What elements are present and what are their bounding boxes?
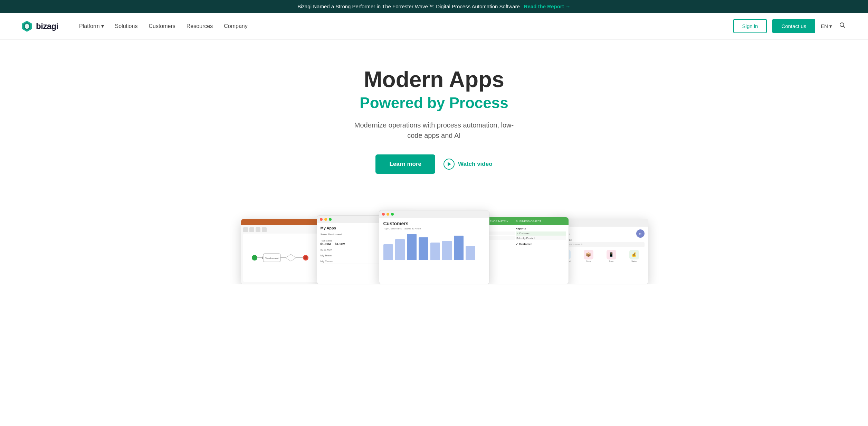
bar-item bbox=[395, 239, 405, 260]
nav-company[interactable]: Company bbox=[224, 23, 247, 29]
bar-item bbox=[466, 246, 475, 260]
watch-video-button[interactable]: Watch video bbox=[443, 159, 493, 170]
play-icon bbox=[443, 159, 455, 170]
process-diagram: Travel request bbox=[243, 234, 318, 282]
app-icon-item: 📱 Data bbox=[601, 250, 622, 262]
customers-title: Customers bbox=[383, 221, 485, 226]
app-icon-item: 💰 Sales bbox=[624, 250, 645, 262]
process-content: Travel request bbox=[241, 225, 320, 284]
svg-marker-10 bbox=[286, 254, 296, 261]
logo-icon bbox=[21, 20, 33, 32]
customers-screen: Customers Top Customers - Sales & Profit bbox=[379, 210, 489, 284]
search-button[interactable] bbox=[838, 20, 847, 32]
hero-subtitle: Powered by Process bbox=[7, 94, 861, 112]
bar-item bbox=[454, 236, 464, 260]
nav-links: Platform ▾ Solutions Customers Resources… bbox=[79, 23, 719, 29]
svg-point-13 bbox=[304, 256, 307, 259]
logo[interactable]: bizagi bbox=[21, 20, 58, 32]
top-banner: Bizagi Named a Strong Performer in The F… bbox=[0, 0, 868, 13]
chevron-down-icon: ▾ bbox=[829, 23, 832, 29]
learn-more-button[interactable]: Learn more bbox=[375, 154, 435, 174]
bar-chart bbox=[383, 232, 485, 260]
hero-description: Modernize operations with process automa… bbox=[348, 120, 521, 141]
svg-point-5 bbox=[252, 255, 257, 261]
banner-cta[interactable]: Read the Report → bbox=[524, 3, 571, 9]
nav-customers[interactable]: Customers bbox=[149, 23, 175, 29]
banner-text: Bizagi Named a Strong Performer in The F… bbox=[297, 3, 520, 9]
user-avatar: M bbox=[636, 229, 645, 238]
language-selector[interactable]: EN ▾ bbox=[821, 23, 832, 29]
search-icon bbox=[839, 22, 846, 29]
bar-item bbox=[407, 234, 417, 260]
bar-item bbox=[442, 241, 452, 260]
contact-button[interactable]: Contact us bbox=[772, 19, 815, 33]
process-screen: Travel request bbox=[241, 219, 320, 284]
bar-item bbox=[419, 237, 428, 260]
svg-line-4 bbox=[843, 26, 845, 28]
hero-section: Modern Apps Powered by Process Modernize… bbox=[0, 40, 868, 208]
navbar: bizagi Platform ▾ Solutions Customers Re… bbox=[0, 13, 868, 40]
app-icon-item: 📦 Store bbox=[578, 250, 599, 262]
browser-bar bbox=[379, 210, 489, 218]
signin-button[interactable]: Sign in bbox=[733, 19, 767, 33]
svg-text:Travel request: Travel request bbox=[265, 257, 278, 259]
screenshots-section: Travel request bbox=[0, 208, 868, 284]
logo-wordmark: bizagi bbox=[36, 21, 58, 31]
chevron-down-icon: ▾ bbox=[101, 23, 104, 29]
hero-buttons: Learn more Watch video bbox=[7, 154, 861, 174]
nav-actions: Sign in Contact us EN ▾ bbox=[733, 19, 847, 33]
nav-resources[interactable]: Resources bbox=[187, 23, 213, 29]
bar-item bbox=[383, 244, 393, 260]
customers-body: Customers Top Customers - Sales & Profit bbox=[379, 218, 489, 263]
process-toolbar bbox=[243, 227, 318, 232]
customers-subtitle: Top Customers - Sales & Profit bbox=[383, 227, 485, 230]
nav-solutions[interactable]: Solutions bbox=[115, 23, 138, 29]
hero-title: Modern Apps bbox=[7, 67, 861, 92]
process-title-bar bbox=[241, 219, 320, 225]
bar-item bbox=[430, 243, 440, 260]
nav-platform[interactable]: Platform ▾ bbox=[79, 23, 104, 29]
